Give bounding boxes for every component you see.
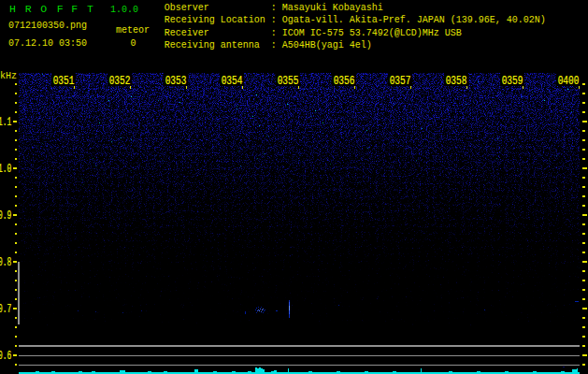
svg-text:0.6: 0.6 xyxy=(0,349,11,362)
svg-text:H: H xyxy=(9,3,16,15)
svg-text:0353: 0353 xyxy=(165,75,187,87)
svg-text:1.0.0: 1.0.0 xyxy=(110,5,138,15)
svg-text:O: O xyxy=(40,3,47,15)
svg-text:0357: 0357 xyxy=(390,75,411,87)
svg-text:0356: 0356 xyxy=(334,75,355,87)
svg-text:0355: 0355 xyxy=(278,75,299,87)
svg-text:T: T xyxy=(87,3,93,15)
svg-text:kHz: kHz xyxy=(0,71,17,81)
svg-text:0400: 0400 xyxy=(558,75,580,87)
svg-text:Observer : Masayuki: Observer : Masayuki Kobayashi xyxy=(165,3,383,13)
svg-text:07.12.10 03:50: 07.12.10 03:50 xyxy=(8,38,87,49)
svg-text:0.8: 0.8 xyxy=(0,255,11,268)
svg-text:0: 0 xyxy=(131,38,136,49)
svg-text:0.7: 0.7 xyxy=(0,302,11,315)
svg-text:F: F xyxy=(57,3,64,15)
svg-text:Receiving antenna : A504HB(ya: Receiving antenna : A504HB(yagi 4el) xyxy=(165,40,372,50)
svg-text:F: F xyxy=(71,3,78,15)
svg-text:0354: 0354 xyxy=(222,75,243,87)
svg-text:0352: 0352 xyxy=(109,75,131,87)
svg-text:Receiving Location : Ogata-vil: Receiving Location : Ogata-vill. Akita-P… xyxy=(165,15,546,25)
svg-text:R: R xyxy=(25,3,32,15)
svg-text:0359: 0359 xyxy=(502,75,523,87)
svg-text:meteor: meteor xyxy=(116,25,150,36)
svg-text:1.0: 1.0 xyxy=(0,162,11,175)
svg-text:0712100350.png: 0712100350.png xyxy=(8,21,87,31)
svg-text:1.1: 1.1 xyxy=(0,115,11,128)
svg-text:0351: 0351 xyxy=(53,75,75,87)
svg-text:Receiver : ICOM IC-5: Receiver : ICOM IC-575 53.7492(@LCD)MHz … xyxy=(165,28,462,38)
svg-text:0358: 0358 xyxy=(446,75,467,87)
svg-text:0.9: 0.9 xyxy=(0,209,11,222)
